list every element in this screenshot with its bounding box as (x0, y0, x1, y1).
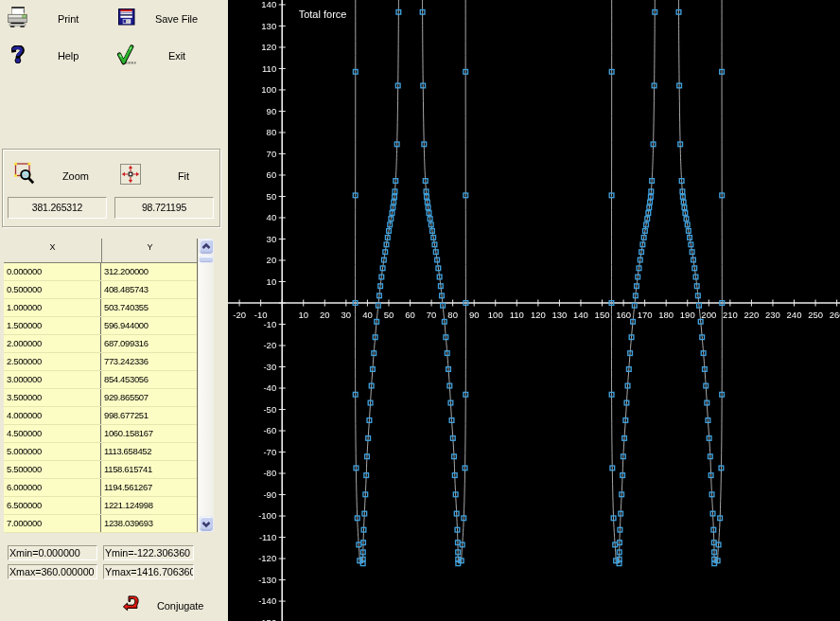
x-tick-label: 10 (298, 310, 308, 320)
y-tick-label: -20 (263, 340, 276, 350)
print-button[interactable]: Print (8, 7, 102, 31)
table-row[interactable]: 2.000000687.099316 (4, 335, 198, 353)
y-tick-label: 110 (262, 63, 276, 74)
cell-x: 6.000000 (7, 479, 96, 496)
conjugate-button[interactable]: Conjugate (123, 595, 218, 618)
force-curve (611, 0, 616, 563)
force-curve (678, 0, 714, 563)
x-tick-label: 80 (447, 310, 458, 320)
table-row[interactable]: 3.000000854.453056 (4, 371, 198, 389)
x-tick-label: 240 (787, 310, 802, 320)
scroll-down-button[interactable] (199, 516, 214, 532)
y-tick-label: -10 (263, 319, 276, 329)
x-tick-label: 190 (680, 310, 695, 320)
y-tick-label: 50 (267, 191, 277, 202)
column-header-x[interactable]: X (4, 239, 101, 261)
table-row[interactable]: 4.5000001060.158167 (4, 425, 198, 443)
x-tick-label: 40 (362, 310, 373, 320)
cell-y: 408.485743 (104, 281, 194, 298)
x-tick-label: 120 (531, 310, 546, 320)
printer-icon (8, 7, 27, 27)
x-tick-label: 110 (510, 310, 524, 320)
cell-y: 312.200000 (104, 263, 194, 280)
table-right-border (197, 239, 198, 532)
floppy-disk-icon (118, 9, 135, 26)
x-tick-label: 210 (723, 310, 738, 320)
x-tick-label: 90 (469, 310, 480, 320)
exit-check-icon (116, 44, 137, 65)
x-tick-label: 160 (616, 310, 631, 320)
force-curve (620, 0, 656, 563)
y-tick-label: 70 (267, 149, 277, 159)
x-tick-label: 60 (405, 310, 415, 320)
x-tick-label: 220 (744, 310, 759, 320)
y-tick-label: 90 (267, 106, 277, 116)
scroll-up-button[interactable] (199, 239, 214, 255)
table-row[interactable]: 4.000000998.677251 (4, 407, 198, 425)
table-row[interactable]: 6.5000001221.124998 (4, 497, 198, 515)
header-separator (101, 239, 102, 262)
zoom-fit-groupbox: Zoom Fit 381.265312 98.721195 (2, 149, 220, 227)
table-row[interactable]: 7.0000001238.039693 (4, 515, 198, 533)
scrollbar-thumb[interactable] (199, 256, 214, 263)
xy-table: X Y 0.000000312.2000000.500000408.485743… (4, 239, 214, 532)
zoom-button[interactable]: Zoom (14, 162, 118, 186)
cell-x: 1.500000 (7, 317, 96, 334)
cell-y: 1158.615741 (104, 461, 194, 478)
cell-y: 1060.158167 (104, 425, 194, 442)
table-row[interactable]: 5.0000001113.658452 (4, 443, 198, 461)
cell-y: 854.453056 (104, 371, 194, 388)
x-tick-label: 30 (341, 310, 352, 320)
y-tick-label: -130 (258, 575, 276, 585)
cell-y: 596.944000 (104, 317, 194, 334)
table-row[interactable]: 2.500000773.242336 (4, 353, 198, 371)
cell-x: 3.500000 (7, 389, 96, 406)
table-row[interactable]: 5.5000001158.615741 (4, 461, 198, 479)
fit-icon (120, 164, 141, 185)
table-row[interactable]: 1.500000596.944000 (4, 317, 198, 335)
conjugate-icon (123, 595, 140, 615)
y-tick-label: 120 (261, 42, 276, 52)
force-curve (363, 0, 399, 563)
cursor-y-value: 98.721195 (114, 197, 214, 219)
cell-x: 0.000000 (7, 263, 96, 280)
xmax-box: Xmax=360.000000 (8, 564, 97, 579)
force-curve (462, 0, 466, 563)
fit-label: Fit (178, 170, 189, 182)
cell-x: 2.000000 (7, 335, 96, 352)
cell-x: 1.000000 (7, 299, 96, 316)
x-tick-label: -20 (233, 310, 246, 320)
save-file-button[interactable]: Save File (118, 9, 213, 33)
x-tick-label: 70 (427, 310, 437, 320)
table-row[interactable]: 1.000000503.740355 (4, 299, 198, 317)
fit-button[interactable]: Fit (120, 164, 205, 186)
y-tick-label: 30 (267, 234, 277, 244)
cell-y: 687.099316 (104, 335, 194, 352)
x-tick-label: 170 (638, 310, 653, 320)
y-tick-label: 20 (267, 255, 277, 265)
plot-title: Total force (299, 9, 347, 20)
help-button[interactable]: Help (11, 45, 106, 68)
table-row[interactable]: 6.0000001194.561267 (4, 479, 198, 497)
table-scrollbar[interactable] (199, 239, 214, 532)
y-tick-label: -140 (258, 595, 276, 606)
force-plot[interactable]: -20-101020304050607080901001101201301401… (228, 0, 840, 621)
zoom-icon (14, 162, 36, 185)
table-row[interactable]: 3.500000929.865507 (4, 389, 198, 407)
column-header-y[interactable]: Y (102, 239, 198, 261)
help-label: Help (58, 50, 79, 62)
force-curve (423, 0, 459, 563)
x-tick-label: 20 (320, 310, 330, 320)
cell-x: 4.500000 (7, 425, 96, 442)
exit-button[interactable]: Exit (116, 44, 211, 67)
x-tick-label: 100 (488, 310, 503, 320)
y-tick-label: -30 (263, 362, 276, 372)
chevron-down-icon (200, 517, 213, 531)
x-tick-label: 140 (573, 310, 588, 320)
y-tick-label: 140 (261, 0, 276, 9)
table-row[interactable]: 0.000000312.200000 (4, 263, 198, 281)
save-file-label: Save File (155, 13, 198, 25)
table-row[interactable]: 0.500000408.485743 (4, 281, 198, 299)
y-tick-label: 60 (267, 169, 277, 180)
cell-y: 929.865507 (104, 389, 194, 406)
